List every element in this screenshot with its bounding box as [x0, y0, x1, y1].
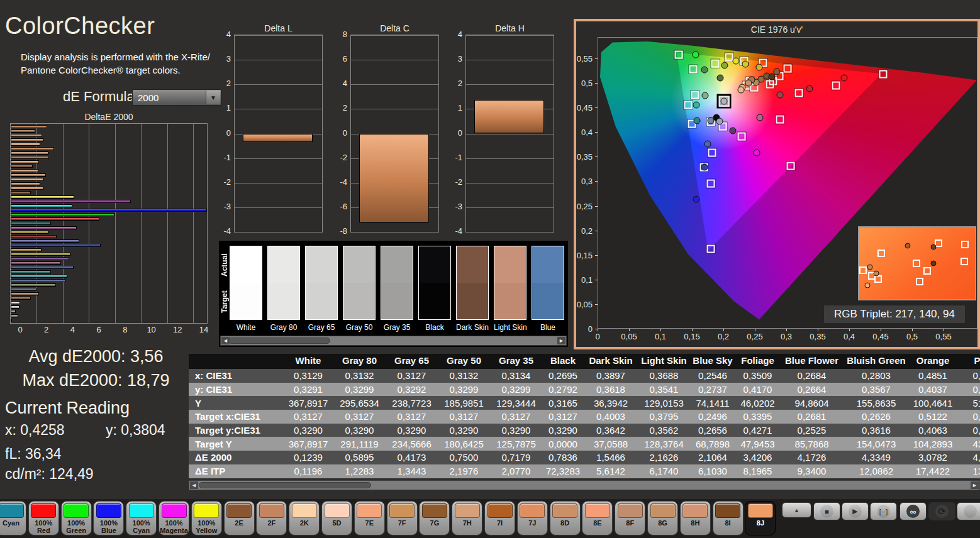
description-line1: Display analysis is performed with the X…	[21, 50, 223, 63]
patch-button-100-yellow[interactable]: 100% Yellow	[191, 501, 222, 535]
patch-button-2e[interactable]: 2E	[224, 501, 255, 535]
deltae-bar	[11, 204, 72, 207]
patch-label: 7E	[355, 519, 384, 527]
patch-button-8e[interactable]: 8E	[582, 501, 613, 535]
range-button[interactable]: [··]	[870, 502, 897, 520]
table-cell: 0,19	[957, 424, 980, 437]
deltae-x-tick-label: 12	[168, 325, 187, 334]
table-cell: 0,2792	[542, 383, 584, 397]
deltae-bar	[11, 279, 65, 282]
delta-tick-label: 4	[446, 30, 462, 39]
cie-y-tick	[595, 206, 598, 207]
scroll-up-button[interactable]: ▲	[782, 502, 811, 518]
deltae-bar	[11, 151, 48, 155]
scroll-thumb[interactable]	[228, 338, 330, 344]
current-reading-title: Current Reading	[5, 398, 130, 418]
cie-y-tick	[595, 83, 598, 84]
deltae-bar-row	[11, 169, 207, 172]
cie-x-tick	[849, 329, 850, 331]
scroll-thumb[interactable]	[199, 482, 371, 488]
refresh-button[interactable]: ⟳	[928, 502, 955, 520]
patch-button-8j[interactable]: 8J	[745, 501, 776, 535]
table-row-label: Target y:CIE31	[189, 424, 283, 437]
color-swatch: Light Skin	[494, 246, 526, 332]
patch-button-8i[interactable]: 8I	[713, 501, 743, 535]
deltae-bar	[11, 257, 69, 260]
patch-swatch	[162, 503, 187, 518]
delta-tick-label: 2	[214, 79, 231, 88]
cie-measured-marker	[777, 91, 784, 98]
deltae-x-tick-label: 10	[142, 325, 161, 334]
patch-label: 7G	[420, 519, 449, 527]
swatch-actual	[343, 246, 375, 283]
swatch-label: White	[230, 323, 262, 332]
delta-gridline	[351, 84, 438, 85]
table-cell: 6,1740	[638, 464, 690, 478]
patch-button-7e[interactable]: 7E	[354, 501, 385, 535]
patch-button-100-red[interactable]: 100% Red	[28, 501, 59, 535]
patch-button-8g[interactable]: 8G	[647, 501, 678, 535]
indicator-icon	[964, 505, 977, 518]
play-button[interactable]: ▶	[842, 502, 869, 520]
patch-button-8d[interactable]: 8D	[550, 501, 581, 535]
table-cell: 4,1726	[780, 451, 844, 464]
cie-target-marker	[784, 64, 792, 72]
patch-button-100-magenta[interactable]: 100% Magenta	[159, 501, 189, 535]
swatch-actual	[381, 246, 413, 283]
infinity-button[interactable]: ∞	[899, 502, 927, 520]
deltae-bar	[11, 178, 43, 181]
patch-button-7i[interactable]: 7I	[484, 501, 515, 535]
swatch-label: Dark Skin	[456, 323, 489, 332]
de-formula-dropdown[interactable]: 2000 ▼	[132, 89, 221, 106]
deltae-bar-row	[11, 244, 207, 247]
deltae-bar	[11, 297, 31, 300]
patch-swatch	[715, 503, 740, 518]
patch-button-100-blue[interactable]: 100% Blue	[93, 501, 124, 535]
table-cell: 12,0862	[844, 464, 909, 478]
inset-target-marker	[961, 258, 968, 265]
patch-button-5d[interactable]: 5D	[321, 501, 352, 535]
patch-button-2k[interactable]: 2K	[289, 501, 320, 535]
table-cell: 0,2525	[780, 424, 844, 437]
deltae-bar	[11, 253, 70, 256]
patch-button-2f[interactable]: 2F	[256, 501, 287, 535]
swatch-target	[494, 283, 526, 319]
table-cell: 43,2	[957, 437, 980, 451]
table-cell: 0,3291	[283, 383, 333, 397]
table-cell: 0,3688	[638, 369, 690, 383]
patch-swatch	[226, 503, 252, 518]
swatch-target	[532, 283, 564, 319]
patch-button-cyan[interactable]: Cyan	[0, 501, 26, 535]
delta-gridline	[466, 35, 554, 36]
patch-button-7h[interactable]: 7H	[452, 501, 482, 535]
deltae-bar	[11, 200, 131, 203]
indicator-button[interactable]	[957, 502, 980, 520]
stop-button[interactable]: ■	[813, 502, 840, 520]
table-cell: 0,2737	[690, 383, 735, 397]
table-cell: 0,5122	[909, 410, 957, 424]
inset-measured-marker	[905, 243, 910, 249]
cie-y-tick-label: 0,3	[574, 177, 593, 186]
patch-button-7f[interactable]: 7F	[387, 501, 418, 535]
deltae-bar-row	[11, 143, 207, 146]
cie-measured-marker	[717, 74, 724, 81]
table-cell: 3,0782	[909, 451, 957, 464]
scroll-right-icon[interactable]: ►	[971, 481, 979, 489]
scroll-right-icon[interactable]: ►	[557, 337, 565, 344]
deltae-bar	[11, 283, 56, 287]
patch-button-8h[interactable]: 8H	[680, 501, 711, 535]
patch-button-7g[interactable]: 7G	[419, 501, 450, 535]
patch-button-100-green[interactable]: 100% Green	[61, 501, 92, 535]
patch-button-8f[interactable]: 8F	[615, 501, 645, 535]
cie-measured-marker	[701, 163, 708, 170]
de-formula-value: 2000	[133, 92, 206, 103]
patch-button-100-cyan[interactable]: 100% Cyan	[126, 501, 157, 535]
table-cell: 9,3400	[780, 464, 844, 478]
delta-gridline	[466, 84, 554, 85]
scroll-left-icon[interactable]: ◄	[190, 481, 198, 489]
deltae-bar-row	[11, 173, 207, 177]
actual-row-label: Actual	[220, 247, 229, 283]
patch-button-7j[interactable]: 7J	[517, 501, 548, 535]
inset-target-marker	[877, 250, 885, 257]
table-cell: 0,2664	[780, 383, 844, 397]
